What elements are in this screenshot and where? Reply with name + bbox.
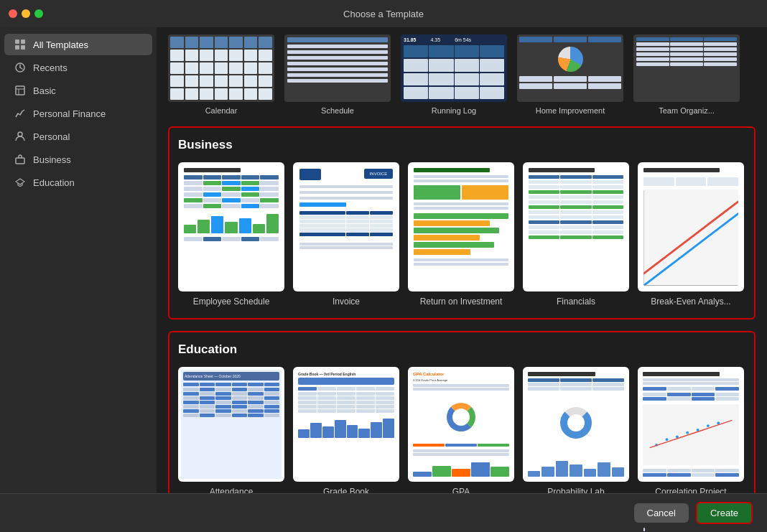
sidebar-item-basic[interactable]: Basic — [4, 80, 152, 101]
template-card-attendance[interactable]: Attendance Sheet — October 2020 Attendan… — [178, 367, 284, 493]
sidebar: All Templates Recents Basic — [0, 27, 157, 493]
template-thumb-team-organize — [633, 34, 740, 102]
sidebar-item-label: Business — [33, 154, 71, 165]
maximize-button[interactable] — [34, 9, 43, 18]
template-card-roi[interactable]: Return on Investment — [408, 162, 514, 307]
template-card-calendar[interactable]: Calendar — [168, 34, 274, 115]
template-card-schedule[interactable]: Schedule — [284, 34, 391, 115]
template-thumb-break-even — [638, 162, 744, 291]
template-card-invoice[interactable]: INVOICE — [293, 162, 399, 307]
template-card-employee-schedule[interactable]: Employee Schedule — [178, 162, 284, 307]
template-label-invoice: Invoice — [333, 297, 360, 307]
template-card-correlation-project[interactable]: Correlation Project — [638, 367, 744, 493]
template-thumb-employee-schedule — [178, 162, 284, 291]
sidebar-item-personal[interactable]: Personal — [4, 126, 152, 147]
education-section: Education Attendance Sheet — October 202… — [168, 331, 756, 493]
svg-line-6 — [20, 67, 22, 69]
svg-rect-7 — [16, 86, 24, 95]
clock-icon — [14, 62, 26, 73]
svg-marker-12 — [16, 179, 24, 185]
minimize-button[interactable] — [22, 9, 30, 18]
template-label-break-even: Break-Even Analys... — [651, 297, 730, 307]
grid-icon — [14, 39, 26, 50]
template-card-grade-book[interactable]: Grade Book — 3rd Period English — [293, 367, 399, 493]
svg-rect-3 — [21, 45, 25, 50]
template-thumb-grade-book: Grade Book — 3rd Period English — [293, 367, 399, 482]
template-label-attendance: Attendance — [210, 487, 254, 493]
template-label-probability-lab: Probability Lab — [547, 487, 604, 493]
template-card-home-improvement[interactable]: Home Improvement — [517, 34, 623, 115]
template-card-probability-lab[interactable]: Probability Lab — [523, 367, 629, 493]
education-section-title: Education — [178, 342, 745, 357]
template-card-team-organize[interactable]: Team Organiz... — [633, 34, 740, 115]
close-button[interactable] — [9, 9, 17, 18]
content-area: Calendar Schedule — [157, 27, 767, 493]
svg-rect-0 — [15, 39, 19, 44]
create-button[interactable]: Create — [696, 502, 753, 524]
svg-point-18 — [666, 438, 669, 441]
svg-point-20 — [686, 431, 689, 434]
bottom-bar: Cancel Create — [0, 493, 767, 532]
template-card-financials[interactable]: Financials — [523, 162, 629, 307]
person-icon — [14, 131, 26, 142]
template-label-financials: Financials — [557, 297, 595, 307]
template-label-schedule: Schedule — [321, 106, 354, 115]
sidebar-item-label: Recents — [33, 62, 68, 73]
sidebar-item-all-templates[interactable]: All Templates — [4, 34, 152, 55]
template-thumb-running-log: 31.85 4.35 6m 54s — [401, 34, 507, 102]
template-thumb-correlation-project — [638, 367, 744, 482]
sidebar-item-label: Basic — [33, 85, 56, 96]
template-thumb-calendar — [168, 34, 274, 102]
template-label-employee-schedule: Employee Schedule — [193, 297, 270, 307]
table-icon — [14, 85, 26, 96]
template-thumb-invoice: INVOICE — [293, 162, 399, 291]
traffic-lights — [9, 9, 43, 18]
template-thumb-financials — [523, 162, 629, 291]
svg-point-22 — [707, 424, 710, 427]
svg-point-23 — [717, 421, 720, 424]
business-section-title: Business — [178, 138, 745, 152]
window-title: Choose a Template — [343, 9, 424, 19]
svg-point-19 — [676, 435, 679, 438]
sidebar-item-label: Education — [33, 177, 75, 188]
template-label-grade-book: Grade Book — [323, 487, 369, 493]
titlebar: Choose a Template — [0, 0, 767, 27]
template-label-running-log: Running Log — [432, 106, 476, 115]
business-section: Business — [168, 126, 756, 319]
mortarboard-icon — [14, 177, 26, 188]
cancel-button[interactable]: Cancel — [634, 503, 689, 523]
template-label-team-organize: Team Organiz... — [659, 106, 715, 115]
sidebar-item-business[interactable]: Business — [4, 149, 152, 170]
template-thumb-roi — [408, 162, 514, 291]
template-card-gpa[interactable]: GPA Calculator 3.356 Grade Point Average — [408, 367, 514, 493]
template-card-break-even[interactable]: Break-Even Analys... — [638, 162, 744, 307]
template-thumb-attendance: Attendance Sheet — October 2020 — [178, 367, 284, 482]
sidebar-item-education[interactable]: Education — [4, 172, 152, 193]
template-thumb-probability-lab — [523, 367, 629, 482]
template-label-roi: Return on Investment — [420, 297, 503, 307]
svg-point-21 — [697, 429, 699, 431]
business-templates-row: Employee Schedule INVOICE — [178, 162, 745, 307]
sidebar-item-label: Personal Finance — [33, 108, 106, 119]
svg-rect-2 — [15, 45, 19, 50]
template-card-running-log[interactable]: 31.85 4.35 6m 54s Running Log — [401, 34, 507, 115]
education-templates-row: Attendance Sheet — October 2020 Attendan… — [178, 367, 745, 493]
svg-rect-1 — [21, 39, 25, 44]
svg-line-13 — [643, 202, 738, 274]
briefcase-icon — [14, 154, 26, 165]
template-thumb-home-improvement — [517, 34, 623, 102]
sidebar-item-recents[interactable]: Recents — [4, 57, 152, 78]
template-thumb-gpa: GPA Calculator 3.356 Grade Point Average — [408, 367, 514, 482]
template-label-home-improvement: Home Improvement — [536, 106, 605, 115]
template-label-calendar: Calendar — [205, 106, 238, 115]
top-templates-row: Calendar Schedule — [168, 27, 756, 126]
svg-line-24 — [650, 420, 733, 447]
svg-line-14 — [643, 214, 738, 286]
sidebar-item-personal-finance[interactable]: Personal Finance — [4, 103, 152, 124]
sidebar-item-label: All Templates — [33, 39, 88, 50]
template-label-gpa: GPA — [452, 487, 470, 493]
svg-rect-11 — [16, 158, 24, 164]
svg-point-10 — [18, 132, 22, 136]
template-label-correlation-project: Correlation Project — [655, 487, 726, 493]
template-thumb-schedule — [284, 34, 391, 102]
